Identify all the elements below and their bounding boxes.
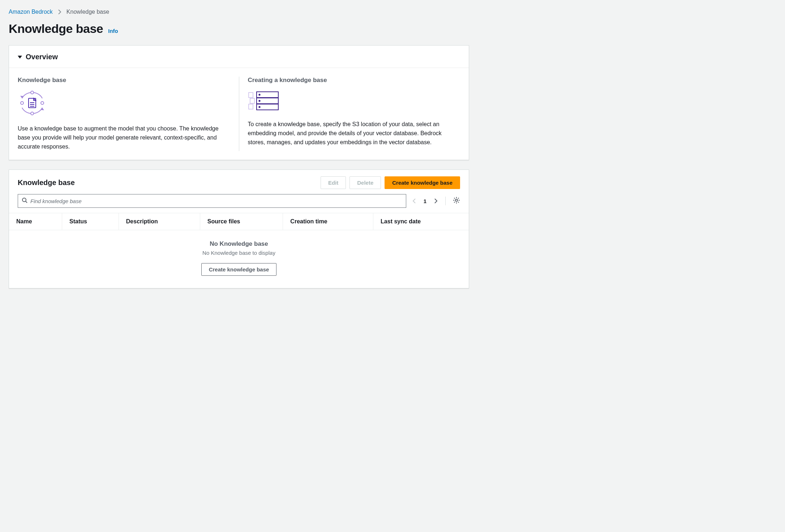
pagination: 1	[412, 197, 460, 205]
svg-point-19	[22, 198, 26, 202]
next-page-button[interactable]	[434, 198, 438, 204]
kb-cycle-icon	[18, 90, 230, 117]
svg-rect-12	[249, 104, 253, 109]
page-number: 1	[424, 198, 426, 204]
prev-page-button[interactable]	[412, 198, 416, 204]
empty-subtitle: No Knowledge base to display	[9, 250, 469, 256]
page-title: Knowledge base	[9, 22, 103, 36]
kb-list-panel: Knowledge base Edit Delete Create knowle…	[9, 170, 469, 288]
col-last-sync[interactable]: Last sync date	[373, 213, 469, 230]
kb-header: Knowledge base Edit Delete Create knowle…	[9, 170, 469, 194]
search-input[interactable]	[27, 198, 402, 204]
server-stack-icon	[248, 90, 460, 113]
overview-toggle[interactable]: Overview	[9, 46, 469, 68]
svg-point-18	[259, 106, 260, 107]
svg-point-21	[455, 199, 458, 201]
overview-col-kb: Knowledge base	[18, 77, 230, 151]
empty-state: No Knowledge base No Knowledge base to d…	[9, 230, 469, 288]
svg-marker-0	[20, 96, 24, 98]
overview-col-creating: Creating a knowledge base	[239, 77, 460, 151]
caret-down-icon	[18, 56, 22, 59]
kb-actions: Edit Delete Create knowledge base	[321, 176, 460, 189]
page-title-row: Knowledge base Info	[9, 22, 469, 36]
search-icon	[22, 197, 27, 205]
overview-kb-text: Use a knowledge base to augment the mode…	[18, 124, 230, 151]
delete-button[interactable]: Delete	[349, 176, 381, 189]
svg-rect-10	[249, 93, 253, 98]
svg-point-3	[41, 102, 44, 104]
edit-button[interactable]: Edit	[321, 176, 346, 189]
table-header-row: Name Status Description Source files Cre…	[9, 213, 469, 230]
kb-list-title: Knowledge base	[18, 179, 75, 187]
empty-create-kb-button[interactable]: Create knowledge base	[201, 263, 277, 276]
svg-line-20	[26, 201, 27, 203]
settings-button[interactable]	[453, 197, 460, 205]
svg-rect-11	[250, 98, 254, 103]
filter-row: 1	[9, 194, 469, 213]
svg-point-16	[259, 94, 260, 95]
empty-title: No Knowledge base	[9, 240, 469, 248]
svg-point-17	[259, 100, 260, 101]
col-source-files[interactable]: Source files	[200, 213, 283, 230]
overview-panel: Overview Knowledge base	[9, 45, 469, 160]
create-kb-button[interactable]: Create knowledge base	[385, 176, 460, 189]
info-link[interactable]: Info	[108, 28, 118, 34]
breadcrumb-current: Knowledge base	[67, 9, 109, 15]
col-creation-time[interactable]: Creation time	[283, 213, 373, 230]
overview-creating-heading: Creating a knowledge base	[248, 77, 460, 84]
chevron-right-icon	[58, 9, 61, 14]
svg-marker-1	[40, 108, 44, 110]
svg-point-4	[31, 112, 34, 115]
search-wrap[interactable]	[18, 194, 406, 208]
overview-creating-text: To create a knowledge base, specify the …	[248, 120, 460, 147]
breadcrumb-root-link[interactable]: Amazon Bedrock	[9, 9, 53, 15]
breadcrumb: Amazon Bedrock Knowledge base	[9, 9, 469, 15]
overview-kb-heading: Knowledge base	[18, 77, 230, 84]
kb-table: Name Status Description Source files Cre…	[9, 213, 469, 230]
overview-title: Overview	[26, 53, 58, 61]
svg-point-2	[31, 91, 34, 94]
col-description[interactable]: Description	[119, 213, 200, 230]
separator	[445, 197, 446, 205]
col-name[interactable]: Name	[9, 213, 62, 230]
svg-point-5	[21, 102, 23, 104]
col-status[interactable]: Status	[62, 213, 119, 230]
gear-icon	[453, 197, 460, 205]
overview-body: Knowledge base	[9, 68, 469, 160]
